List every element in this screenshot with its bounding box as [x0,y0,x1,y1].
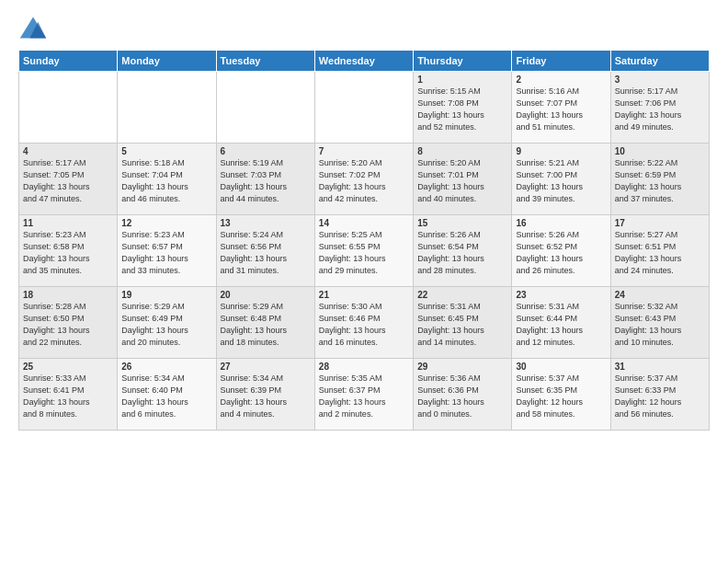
day-number: 21 [319,290,409,300]
calendar-cell [314,72,413,144]
day-number: 19 [121,290,211,300]
page-header [18,15,710,40]
day-info: Sunrise: 5:18 AM Sunset: 7:04 PM Dayligh… [121,157,211,205]
day-info: Sunrise: 5:32 AM Sunset: 6:43 PM Dayligh… [615,301,705,349]
day-info: Sunrise: 5:26 AM Sunset: 6:52 PM Dayligh… [516,229,606,277]
day-number: 12 [121,218,211,228]
calendar-week-row: 11Sunrise: 5:23 AM Sunset: 6:58 PM Dayli… [19,215,710,287]
day-number: 14 [319,218,409,228]
day-info: Sunrise: 5:28 AM Sunset: 6:50 PM Dayligh… [23,301,113,349]
calendar-cell: 21Sunrise: 5:30 AM Sunset: 6:46 PM Dayli… [314,287,413,359]
calendar-cell: 30Sunrise: 5:37 AM Sunset: 6:35 PM Dayli… [512,359,610,431]
day-info: Sunrise: 5:27 AM Sunset: 6:51 PM Dayligh… [615,229,705,277]
calendar-cell: 5Sunrise: 5:18 AM Sunset: 7:04 PM Daylig… [118,144,216,215]
day-number: 1 [417,75,507,85]
calendar-cell: 11Sunrise: 5:23 AM Sunset: 6:58 PM Dayli… [19,215,118,287]
weekday-header: Wednesday [314,51,413,72]
calendar-cell: 25Sunrise: 5:33 AM Sunset: 6:41 PM Dayli… [19,359,118,431]
calendar-cell: 13Sunrise: 5:24 AM Sunset: 6:56 PM Dayli… [216,215,314,287]
day-number: 13 [221,218,311,228]
calendar-cell [118,72,216,144]
day-number: 23 [516,290,606,300]
day-number: 28 [319,362,409,372]
calendar-cell: 31Sunrise: 5:37 AM Sunset: 6:33 PM Dayli… [610,359,709,431]
day-info: Sunrise: 5:37 AM Sunset: 6:33 PM Dayligh… [615,373,705,420]
day-info: Sunrise: 5:20 AM Sunset: 7:01 PM Dayligh… [417,157,507,205]
calendar-cell: 9Sunrise: 5:21 AM Sunset: 7:00 PM Daylig… [512,144,610,215]
calendar-cell: 28Sunrise: 5:35 AM Sunset: 6:37 PM Dayli… [314,359,413,431]
day-info: Sunrise: 5:25 AM Sunset: 6:55 PM Dayligh… [319,229,409,277]
day-info: Sunrise: 5:23 AM Sunset: 6:57 PM Dayligh… [121,229,211,277]
calendar-cell [216,72,314,144]
logo [18,15,51,40]
weekday-header-row: SundayMondayTuesdayWednesdayThursdayFrid… [19,51,710,72]
day-number: 8 [417,146,507,156]
calendar-cell: 3Sunrise: 5:17 AM Sunset: 7:06 PM Daylig… [610,72,709,144]
calendar-cell: 7Sunrise: 5:20 AM Sunset: 7:02 PM Daylig… [314,144,413,215]
weekday-header: Tuesday [216,51,314,72]
day-number: 3 [615,75,705,85]
day-info: Sunrise: 5:31 AM Sunset: 6:45 PM Dayligh… [417,301,507,349]
calendar-cell: 19Sunrise: 5:29 AM Sunset: 6:49 PM Dayli… [118,287,216,359]
day-number: 16 [516,218,606,228]
day-info: Sunrise: 5:17 AM Sunset: 7:06 PM Dayligh… [615,86,705,133]
calendar-cell: 10Sunrise: 5:22 AM Sunset: 6:59 PM Dayli… [610,144,709,215]
calendar-cell: 16Sunrise: 5:26 AM Sunset: 6:52 PM Dayli… [512,215,610,287]
day-info: Sunrise: 5:37 AM Sunset: 6:35 PM Dayligh… [516,373,606,420]
day-number: 5 [121,146,211,156]
calendar-cell: 20Sunrise: 5:29 AM Sunset: 6:48 PM Dayli… [216,287,314,359]
day-info: Sunrise: 5:16 AM Sunset: 7:07 PM Dayligh… [516,86,606,133]
day-info: Sunrise: 5:35 AM Sunset: 6:37 PM Dayligh… [319,373,409,420]
day-info: Sunrise: 5:36 AM Sunset: 6:36 PM Dayligh… [417,373,507,420]
day-info: Sunrise: 5:24 AM Sunset: 6:56 PM Dayligh… [221,229,311,277]
calendar-cell: 15Sunrise: 5:26 AM Sunset: 6:54 PM Dayli… [414,215,512,287]
calendar-cell: 2Sunrise: 5:16 AM Sunset: 7:07 PM Daylig… [512,72,610,144]
day-number: 30 [516,362,606,372]
weekday-header: Saturday [610,51,709,72]
calendar-cell: 26Sunrise: 5:34 AM Sunset: 6:40 PM Dayli… [118,359,216,431]
day-number: 6 [221,146,311,156]
day-number: 9 [516,146,606,156]
day-number: 22 [417,290,507,300]
day-number: 2 [516,75,606,85]
calendar-cell: 14Sunrise: 5:25 AM Sunset: 6:55 PM Dayli… [314,215,413,287]
calendar-page: SundayMondayTuesdayWednesdayThursdayFrid… [0,0,728,563]
weekday-header: Monday [118,51,216,72]
calendar-cell: 27Sunrise: 5:34 AM Sunset: 6:39 PM Dayli… [216,359,314,431]
day-info: Sunrise: 5:19 AM Sunset: 7:03 PM Dayligh… [221,157,311,205]
weekday-header: Thursday [414,51,512,72]
day-number: 7 [319,146,409,156]
day-info: Sunrise: 5:26 AM Sunset: 6:54 PM Dayligh… [417,229,507,277]
day-number: 18 [23,290,113,300]
day-info: Sunrise: 5:23 AM Sunset: 6:58 PM Dayligh… [23,229,113,277]
day-number: 17 [615,218,705,228]
day-number: 20 [221,290,311,300]
day-number: 31 [615,362,705,372]
calendar-cell: 18Sunrise: 5:28 AM Sunset: 6:50 PM Dayli… [19,287,118,359]
calendar-cell: 17Sunrise: 5:27 AM Sunset: 6:51 PM Dayli… [610,215,709,287]
calendar-week-row: 4Sunrise: 5:17 AM Sunset: 7:05 PM Daylig… [19,144,710,215]
day-info: Sunrise: 5:34 AM Sunset: 6:40 PM Dayligh… [121,373,211,420]
day-number: 10 [615,146,705,156]
day-number: 4 [23,146,113,156]
day-info: Sunrise: 5:33 AM Sunset: 6:41 PM Dayligh… [23,373,113,420]
calendar-week-row: 25Sunrise: 5:33 AM Sunset: 6:41 PM Dayli… [19,359,710,431]
calendar-cell: 4Sunrise: 5:17 AM Sunset: 7:05 PM Daylig… [19,144,118,215]
calendar-cell: 24Sunrise: 5:32 AM Sunset: 6:43 PM Dayli… [610,287,709,359]
weekday-header: Sunday [19,51,118,72]
day-info: Sunrise: 5:31 AM Sunset: 6:44 PM Dayligh… [516,301,606,349]
weekday-header: Friday [512,51,610,72]
calendar-week-row: 18Sunrise: 5:28 AM Sunset: 6:50 PM Dayli… [19,287,710,359]
day-info: Sunrise: 5:15 AM Sunset: 7:08 PM Dayligh… [417,86,507,133]
day-number: 29 [417,362,507,372]
calendar-cell: 8Sunrise: 5:20 AM Sunset: 7:01 PM Daylig… [414,144,512,215]
calendar-cell: 22Sunrise: 5:31 AM Sunset: 6:45 PM Dayli… [414,287,512,359]
day-info: Sunrise: 5:29 AM Sunset: 6:49 PM Dayligh… [121,301,211,349]
day-number: 11 [23,218,113,228]
calendar-week-row: 1Sunrise: 5:15 AM Sunset: 7:08 PM Daylig… [19,72,710,144]
day-info: Sunrise: 5:20 AM Sunset: 7:02 PM Dayligh… [319,157,409,205]
calendar-cell [19,72,118,144]
day-info: Sunrise: 5:21 AM Sunset: 7:00 PM Dayligh… [516,157,606,205]
calendar-table: SundayMondayTuesdayWednesdayThursdayFrid… [18,50,710,431]
day-number: 26 [121,362,211,372]
